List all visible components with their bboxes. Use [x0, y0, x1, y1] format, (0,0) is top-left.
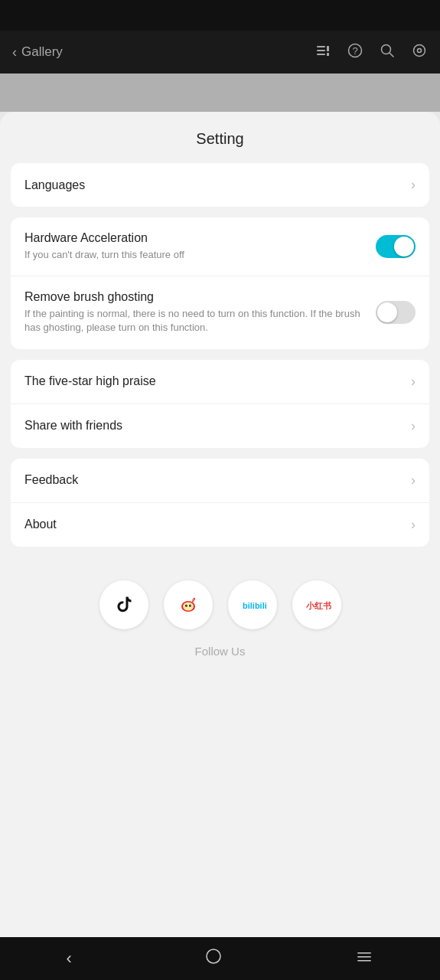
help-icon[interactable]: ? [347, 42, 363, 63]
toggle-knob-2 [377, 302, 397, 322]
svg-rect-1 [317, 50, 325, 51]
svg-text:小红书: 小红书 [305, 601, 331, 610]
follow-label: Follow Us [195, 645, 246, 658]
svg-point-24 [207, 949, 220, 963]
svg-rect-27 [357, 960, 371, 962]
svg-rect-26 [357, 956, 371, 958]
five-star-label: The five-star high praise [24, 374, 403, 388]
hardware-acceleration-toggle[interactable] [376, 235, 416, 258]
about-content: About [24, 518, 403, 531]
brush-ghosting-toggle[interactable] [376, 301, 416, 324]
about-row[interactable]: About › [11, 503, 429, 547]
svg-point-16 [189, 604, 191, 606]
feedback-row[interactable]: Feedback › [11, 459, 429, 503]
support-section: Feedback › About › [11, 459, 429, 547]
settings-title: Setting [0, 112, 440, 163]
follow-section: bilibili 小红书 Follow Us [0, 557, 440, 673]
languages-row[interactable]: Languages › [11, 163, 429, 207]
status-bar [0, 0, 440, 31]
five-star-chevron: › [411, 374, 416, 390]
svg-point-11 [109, 590, 139, 619]
share-friends-chevron: › [411, 418, 416, 434]
bilibili-button[interactable]: bilibili [228, 580, 277, 629]
feedback-chevron: › [411, 472, 416, 488]
svg-point-19 [192, 600, 194, 602]
feedback-label: Feedback [24, 473, 403, 487]
back-button[interactable]: ‹ Gallery [12, 44, 63, 60]
svg-line-8 [389, 53, 393, 57]
brush-ghosting-content: Remove brush ghosting If the painting is… [24, 290, 376, 335]
share-friends-content: Share with friends [24, 419, 403, 433]
share-friends-row[interactable]: Share with friends › [11, 404, 429, 448]
weibo-button[interactable] [164, 580, 213, 629]
languages-label: Languages [24, 178, 403, 192]
xiaohongshu-button[interactable]: 小红书 [292, 580, 341, 629]
list-icon[interactable] [315, 42, 331, 63]
svg-point-18 [190, 604, 191, 605]
brush-ghosting-row[interactable]: Remove brush ghosting If the painting is… [11, 276, 429, 348]
toggle-knob [394, 237, 414, 256]
languages-chevron: › [411, 177, 416, 193]
menu-button-bottom[interactable] [340, 941, 389, 976]
top-nav: ‹ Gallery ? [0, 31, 440, 74]
background-area [0, 74, 440, 112]
svg-rect-4 [327, 46, 329, 51]
svg-rect-25 [357, 952, 371, 954]
nav-icons: ? [315, 42, 428, 63]
svg-text:?: ? [352, 45, 357, 57]
hardware-acceleration-sublabel: If you can't draw, turn this feature off [24, 248, 376, 262]
acceleration-section: Hardware Acceleration If you can't draw,… [11, 217, 429, 349]
search-icon[interactable] [379, 42, 396, 63]
share-friends-label: Share with friends [24, 419, 403, 433]
about-chevron: › [411, 517, 416, 533]
back-button-bottom[interactable]: ‹ [51, 942, 87, 975]
svg-point-17 [186, 604, 187, 605]
brush-ghosting-label: Remove brush ghosting [24, 290, 376, 304]
social-icons: bilibili 小红书 [99, 580, 341, 629]
five-star-content: The five-star high praise [24, 374, 403, 388]
languages-content: Languages [24, 178, 403, 192]
bottom-nav: ‹ [0, 937, 440, 980]
settings-card: Setting Languages › Hardware Acceleratio… [0, 112, 440, 937]
hardware-acceleration-content: Hardware Acceleration If you can't draw,… [24, 231, 376, 262]
svg-rect-3 [327, 53, 329, 56]
home-button-bottom[interactable] [189, 941, 238, 976]
hardware-acceleration-row[interactable]: Hardware Acceleration If you can't draw,… [11, 217, 429, 276]
social-section: The five-star high praise › Share with f… [11, 360, 429, 448]
svg-point-10 [418, 48, 422, 52]
feedback-content: Feedback [24, 473, 403, 487]
nav-title: Gallery [21, 44, 63, 60]
five-star-row[interactable]: The five-star high praise › [11, 360, 429, 404]
settings-icon[interactable] [411, 42, 428, 63]
hardware-acceleration-label: Hardware Acceleration [24, 231, 376, 245]
languages-section: Languages › [11, 163, 429, 207]
svg-point-14 [183, 602, 194, 610]
brush-ghosting-sublabel: If the painting is normal, there is no n… [24, 307, 376, 335]
tiktok-button[interactable] [99, 580, 148, 629]
about-label: About [24, 518, 403, 531]
back-icon: ‹ [12, 44, 17, 60]
svg-rect-0 [317, 46, 325, 47]
svg-point-15 [185, 604, 187, 606]
svg-point-9 [414, 44, 425, 56]
svg-text:bilibili: bilibili [243, 601, 267, 610]
svg-rect-2 [317, 54, 325, 55]
